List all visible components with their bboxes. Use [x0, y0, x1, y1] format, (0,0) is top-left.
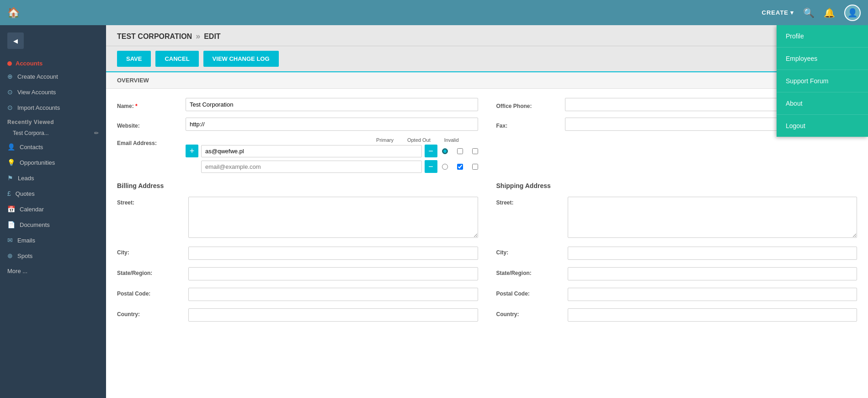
shipping-street-label: Street: — [496, 197, 560, 206]
user-dropdown-menu: Profile Employees Support Forum About Lo… — [777, 25, 868, 137]
primary-radio-1[interactable] — [442, 148, 448, 154]
breadcrumb-account: TEST CORPORATION — [117, 32, 192, 41]
name-input[interactable] — [186, 98, 478, 111]
sidebar-item-quotes[interactable]: £ Quotes — [0, 186, 106, 201]
sidebar-item-contacts[interactable]: 👤 Contacts — [0, 139, 106, 155]
calendar-label: Calendar — [20, 206, 44, 213]
billing-city-label: City: — [117, 247, 181, 256]
sidebar-item-create-account[interactable]: ⊕ Create Account — [0, 69, 106, 84]
billing-city-field — [188, 247, 478, 260]
top-nav: 🏠 CREATE ▾ 🔍 🔔 👤 — [0, 0, 868, 25]
shipping-country-input[interactable] — [568, 308, 857, 322]
avatar[interactable]: 👤 — [844, 5, 861, 21]
contacts-icon: 👤 — [7, 143, 15, 151]
email-row-1: + − — [186, 145, 478, 157]
search-icon[interactable]: 🔍 — [803, 7, 815, 18]
emails-label: Emails — [17, 237, 35, 244]
add-email-button[interactable]: + — [186, 145, 198, 157]
invalid-checkbox-2[interactable] — [472, 164, 478, 170]
opted-out-header: Opted Out — [407, 137, 431, 143]
breadcrumb: TEST CORPORATION » EDIT — [117, 32, 857, 41]
view-accounts-icon: ⊙ — [7, 88, 13, 96]
dropdown-item-about[interactable]: About — [777, 92, 868, 115]
contacts-label: Contacts — [20, 144, 43, 151]
spots-icon: ⊕ — [7, 252, 13, 259]
opted-out-checkbox-2[interactable] — [457, 164, 463, 170]
sidebar-item-calendar[interactable]: 📅 Calendar — [0, 201, 106, 217]
shipping-street-row: Street: — [496, 197, 857, 239]
billing-state-input[interactable] — [188, 267, 478, 280]
website-label: Website: — [117, 120, 181, 129]
sidebar-item-leads[interactable]: ⚑ Leads — [0, 170, 106, 186]
invalid-checkbox-1[interactable] — [472, 148, 478, 154]
more-label: More ... — [7, 268, 27, 274]
sidebar-item-opportunities[interactable]: 💡 Opportunities — [0, 155, 106, 170]
create-account-icon: ⊕ — [7, 73, 13, 80]
create-label: CREATE — [762, 9, 788, 16]
billing-country-row: Country: — [117, 308, 478, 322]
shipping-street-input[interactable] — [568, 197, 857, 238]
shipping-postal-input[interactable] — [568, 288, 857, 301]
sidebar: ◀ Accounts ⊕ Create Account ⊙ View Accou… — [0, 25, 106, 398]
sidebar-item-import-accounts[interactable]: ⊙ Import Accounts — [0, 100, 106, 115]
recently-viewed-item[interactable]: Test Corpora... ✏ — [0, 127, 106, 139]
shipping-city-input[interactable] — [568, 247, 857, 260]
sidebar-item-view-accounts[interactable]: ⊙ View Accounts — [0, 84, 106, 100]
shipping-postal-label: Postal Code: — [496, 288, 560, 297]
sidebar-item-documents[interactable]: 📄 Documents — [0, 217, 106, 232]
recently-viewed-header: Recently Viewed — [0, 115, 106, 127]
notification-icon[interactable]: 🔔 — [824, 7, 835, 18]
primary-radio-2[interactable] — [442, 164, 448, 170]
accounts-dot — [7, 61, 12, 66]
breadcrumb-separator: » — [196, 32, 200, 41]
sidebar-item-more[interactable]: More ... — [0, 264, 106, 279]
shipping-state-input[interactable] — [568, 267, 857, 280]
sidebar-back-button[interactable]: ◀ — [7, 32, 24, 49]
back-icon: ◀ — [13, 38, 18, 44]
billing-country-input[interactable] — [188, 308, 478, 322]
calendar-icon: 📅 — [7, 205, 15, 213]
billing-street-row: Street: — [117, 197, 478, 239]
edit-pencil-icon[interactable]: ✏ — [94, 130, 99, 136]
create-button[interactable]: CREATE ▾ — [762, 9, 794, 16]
overview-section-header: OVERVIEW — [106, 72, 868, 89]
quotes-label: Quotes — [16, 190, 35, 197]
billing-postal-input[interactable] — [188, 288, 478, 301]
billing-country-field — [188, 308, 478, 322]
dropdown-item-logout[interactable]: Logout — [777, 115, 868, 137]
shipping-state-field — [568, 267, 857, 280]
sidebar-item-spots[interactable]: ⊕ Spots — [0, 248, 106, 264]
billing-city-input[interactable] — [188, 247, 478, 260]
content-area: TEST CORPORATION » EDIT SAVE CANCEL VIEW… — [106, 25, 868, 398]
dropdown-item-profile[interactable]: Profile — [777, 25, 868, 48]
cancel-button[interactable]: CANCEL — [155, 51, 198, 67]
view-changelog-button[interactable]: VIEW CHANGE LOG — [203, 51, 279, 67]
fax-label: Fax: — [496, 120, 560, 129]
spots-label: Spots — [17, 253, 32, 259]
billing-country-label: Country: — [117, 308, 181, 317]
opportunities-label: Opportunities — [20, 159, 55, 166]
opted-out-checkbox-1[interactable] — [457, 148, 463, 154]
required-star: * — [135, 103, 138, 109]
billing-city-row: City: — [117, 247, 478, 260]
remove-email-2-button[interactable]: − — [425, 160, 437, 173]
main-layout: ◀ Accounts ⊕ Create Account ⊙ View Accou… — [0, 25, 868, 398]
sidebar-item-emails[interactable]: ✉ Emails — [0, 232, 106, 248]
primary-header: Primary — [376, 137, 394, 143]
dropdown-item-employees[interactable]: Employees — [777, 48, 868, 70]
email-input-2[interactable] — [201, 161, 422, 173]
office-phone-label: Office Phone: — [496, 100, 560, 109]
billing-street-input[interactable] — [188, 197, 478, 238]
email-input-1[interactable] — [201, 145, 422, 157]
save-button[interactable]: SAVE — [117, 51, 151, 67]
remove-email-1-button[interactable]: − — [425, 145, 437, 157]
create-account-label: Create Account — [17, 73, 58, 80]
dropdown-item-support-forum[interactable]: Support Forum — [777, 70, 868, 92]
home-icon[interactable]: 🏠 — [7, 7, 20, 19]
billing-street-label: Street: — [117, 197, 181, 206]
shipping-country-label: Country: — [496, 308, 560, 317]
view-accounts-label: View Accounts — [17, 89, 56, 96]
email-row-2: − — [186, 160, 478, 173]
website-input[interactable] — [186, 118, 478, 131]
billing-state-field — [188, 267, 478, 280]
